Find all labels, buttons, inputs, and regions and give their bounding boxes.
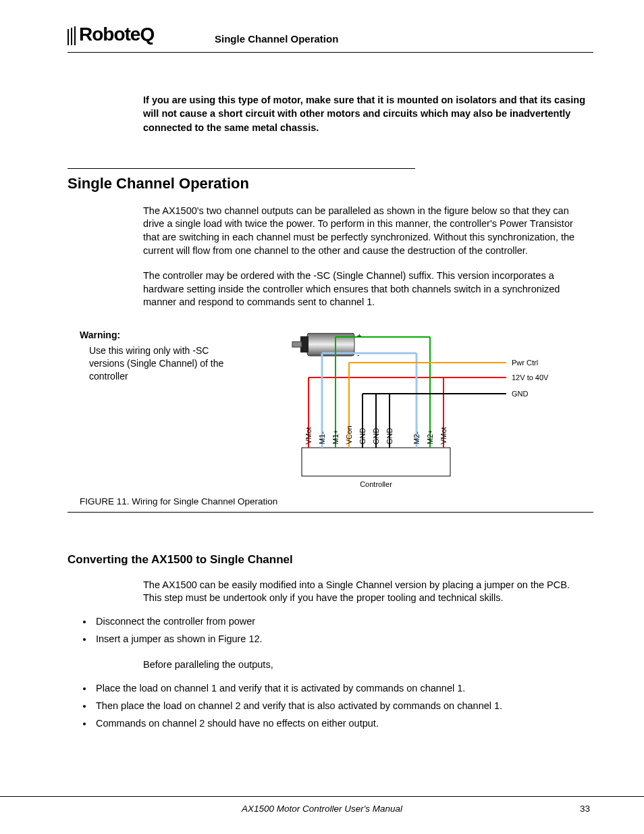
- section-2-heading: Converting the AX1500 to Single Channel: [68, 553, 593, 567]
- page-footer: AX1500 Motor Controller User's Manual 33: [0, 796, 644, 814]
- bullet-list-2: Place the load on channel 1 and verify t…: [93, 681, 593, 731]
- list-item: Commands on channel 2 should have no eff…: [93, 716, 593, 731]
- figure-caption: FIGURE 11. Wiring for Single Channel Ope…: [80, 496, 277, 506]
- svg-text:M2+: M2+: [426, 429, 434, 444]
- bullet-list-1: Disconnect the controller from power Ins…: [93, 615, 593, 647]
- svg-text:GND: GND: [372, 427, 380, 444]
- figure-block: Warning: Use this wiring only with -SC v…: [68, 330, 593, 513]
- svg-text:M1+: M1+: [331, 429, 340, 444]
- controller-label: Controller: [360, 480, 392, 488]
- list-item: Place the load on channel 1 and verify t…: [93, 681, 593, 696]
- footer-title: AX1500 Motor Controller User's Manual: [0, 804, 644, 814]
- section-1-heading: Single Channel Operation: [68, 175, 593, 192]
- svg-text:VMot: VMot: [304, 427, 313, 444]
- motor-minus-label: -: [357, 350, 360, 359]
- section-1-p2: The controller may be ordered with the -…: [143, 269, 587, 309]
- brand-logo: RoboteQ: [68, 24, 154, 47]
- svg-text:M1-: M1-: [318, 432, 326, 444]
- svg-text:GND: GND: [385, 427, 394, 444]
- svg-rect-0: [302, 448, 450, 476]
- svg-text:M2-: M2-: [412, 432, 421, 444]
- label-12v40v: 12V to 40V: [512, 373, 549, 382]
- logo-bars-icon: [68, 24, 78, 45]
- svg-text:GND: GND: [358, 427, 367, 444]
- list-item: Insert a jumper as shown in Figure 12.: [93, 632, 593, 647]
- brand-text: RoboteQ: [79, 24, 154, 45]
- svg-text:VMot: VMot: [439, 427, 448, 444]
- list-item: Then place the load on channel 2 and ver…: [93, 699, 593, 714]
- label-pwrctrl: Pwr Ctrl: [512, 359, 538, 367]
- svg-rect-3: [292, 342, 302, 347]
- list-item: Disconnect the controller from power: [93, 615, 593, 629]
- warning-label: Warning:: [80, 330, 120, 340]
- page: RoboteQ Single Channel Operation If you …: [0, 0, 644, 834]
- intro-paragraph: If you are using this type of motor, mak…: [143, 93, 587, 134]
- svg-text:VCon: VCon: [345, 425, 353, 444]
- section-1-p1: The AX1500's two channel outputs can be …: [143, 205, 587, 257]
- header-title: Single Channel Operation: [215, 33, 338, 45]
- footer-page-number: 33: [580, 804, 590, 814]
- label-gnd: GND: [512, 390, 529, 398]
- section-rule: [68, 168, 415, 170]
- section-2-p1: The AX1500 can be easily modified into a…: [143, 579, 587, 605]
- page-header: RoboteQ Single Channel Operation: [68, 24, 593, 53]
- wiring-diagram: + -: [233, 333, 570, 490]
- warning-text: Use this wiring only with -SC versions (…: [89, 344, 224, 383]
- section-2-p2: Before paralleling the outputs,: [143, 658, 587, 672]
